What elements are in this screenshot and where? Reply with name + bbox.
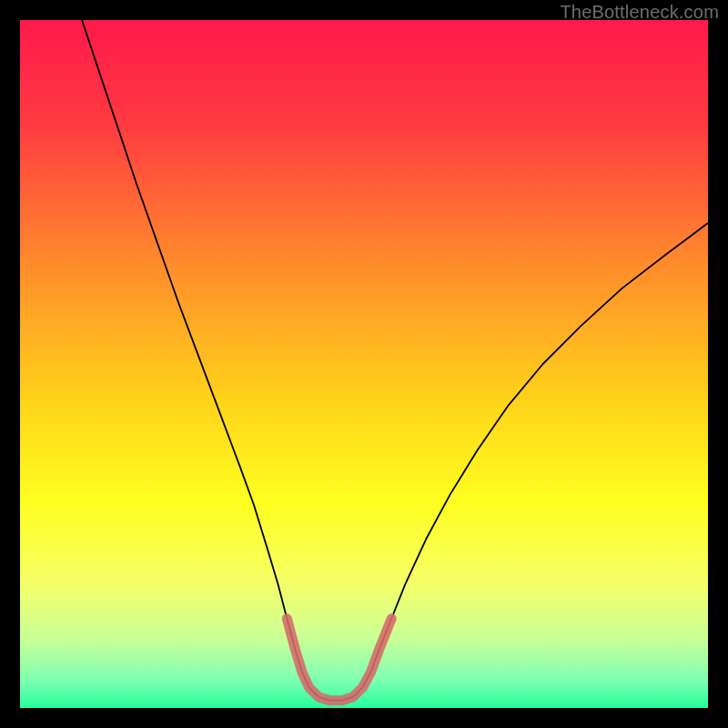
chart-plot-area <box>20 20 708 708</box>
chart-svg <box>20 20 708 708</box>
chart-frame: TheBottleneck.com <box>0 0 728 728</box>
chart-background <box>20 20 708 708</box>
